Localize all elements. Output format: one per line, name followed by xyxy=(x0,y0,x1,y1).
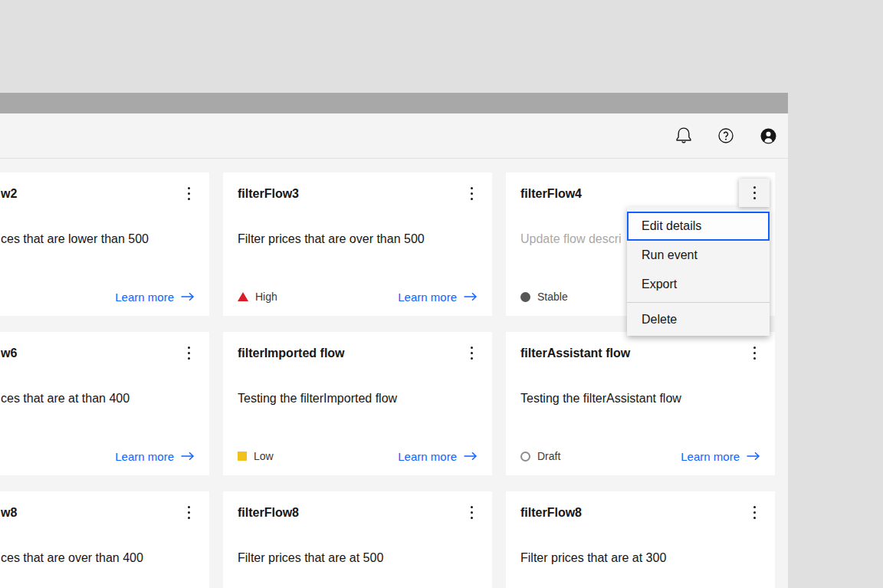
arrow-right-icon xyxy=(463,292,478,301)
overflow-menu-button[interactable] xyxy=(461,502,481,522)
status-label: Stable xyxy=(537,291,568,303)
arrow-right-icon xyxy=(180,452,195,461)
menu-item-export[interactable]: Export xyxy=(627,270,770,299)
card-footer: Draft Learn more xyxy=(520,448,760,464)
window-titlebar[interactable] xyxy=(0,93,788,113)
low-status-icon xyxy=(238,452,247,461)
arrow-right-icon xyxy=(746,452,760,461)
learn-more-link[interactable]: Learn more xyxy=(398,450,478,463)
menu-item-delete[interactable]: Delete xyxy=(627,303,770,336)
card-description: ces that are at than 400 xyxy=(1,392,130,406)
overflow-menu-button[interactable] xyxy=(744,343,764,363)
card-footer: High Learn more xyxy=(238,289,478,304)
draft-status-icon xyxy=(520,452,530,462)
card-description: Testing the filterImported flow xyxy=(238,392,397,406)
flow-card: w8 ces that are over than 400 xyxy=(0,491,209,588)
overflow-menu-button[interactable] xyxy=(179,183,199,203)
bell-icon xyxy=(675,126,693,145)
learn-more-link[interactable]: Learn more xyxy=(115,291,195,304)
status-badge: Draft xyxy=(520,450,560,462)
card-title: w6 xyxy=(1,347,17,360)
status-label: Low xyxy=(254,450,274,462)
card-title: filterFlow8 xyxy=(238,506,299,520)
flow-card: filterAssistant flow Testing the filterA… xyxy=(506,332,775,475)
help-button[interactable] xyxy=(711,120,741,151)
status-label: Draft xyxy=(537,450,560,462)
card-title: w8 xyxy=(1,506,17,520)
card-footer: Low Learn more xyxy=(238,448,478,464)
card-description: Testing the filterAssistant flow xyxy=(520,392,681,406)
flow-card: filterFlow8 Filter prices that are at 50… xyxy=(223,491,492,588)
card-footer: Learn more xyxy=(15,448,195,464)
kebab-icon xyxy=(753,186,756,189)
card-description: Filter prices that are at 300 xyxy=(520,551,666,565)
user-avatar-button[interactable] xyxy=(753,120,783,151)
overflow-menu-button[interactable] xyxy=(179,502,199,522)
stable-status-icon xyxy=(520,292,530,302)
flow-card: w6 ces that are at than 400 Learn more xyxy=(0,332,209,475)
status-badge: Stable xyxy=(520,291,568,303)
flow-card: w2 ces that are lower than 500 Learn mor… xyxy=(0,172,209,316)
status-badge: High xyxy=(238,291,277,303)
card-description: Filter prices that are at 500 xyxy=(238,551,383,565)
high-status-icon xyxy=(238,292,248,301)
card-title: filterFlow8 xyxy=(520,506,582,520)
overflow-menu-button-open[interactable] xyxy=(739,179,770,207)
app-window: w2 ces that are lower than 500 Learn mor… xyxy=(0,93,788,588)
arrow-right-icon xyxy=(180,292,195,301)
card-description: ces that are lower than 500 xyxy=(1,232,149,246)
help-icon xyxy=(718,128,734,143)
user-avatar-icon xyxy=(760,128,776,144)
card-title: filterImported flow xyxy=(238,347,345,360)
menu-item-run-event[interactable]: Run event xyxy=(627,241,770,270)
app-header xyxy=(0,113,788,159)
overflow-menu-button[interactable] xyxy=(179,343,199,363)
learn-more-link[interactable]: Learn more xyxy=(681,450,760,463)
menu-item-edit-details[interactable]: Edit details xyxy=(627,212,770,241)
overflow-menu-button[interactable] xyxy=(461,183,481,203)
flow-card: filterFlow8 Filter prices that are at 30… xyxy=(506,491,775,588)
card-title: w2 xyxy=(1,187,17,201)
card-title: filterFlow4 xyxy=(520,187,582,201)
card-description: Update flow descri xyxy=(520,232,622,246)
arrow-right-icon xyxy=(463,452,478,461)
card-description: Filter prices that are over than 500 xyxy=(238,232,425,246)
overflow-menu-button[interactable] xyxy=(461,343,481,363)
card-title: filterFlow3 xyxy=(238,187,299,201)
overflow-menu: Edit details Run event Export Delete xyxy=(627,207,770,336)
overflow-menu-button[interactable] xyxy=(744,502,764,522)
learn-more-link[interactable]: Learn more xyxy=(398,291,478,304)
card-description: ces that are over than 400 xyxy=(1,551,143,565)
card-title: filterAssistant flow xyxy=(520,347,630,360)
card-footer: Learn more xyxy=(15,289,195,304)
notifications-button[interactable] xyxy=(668,120,699,151)
flow-card: filterImported flow Testing the filterIm… xyxy=(223,332,492,475)
status-badge: Low xyxy=(238,450,274,462)
learn-more-link[interactable]: Learn more xyxy=(115,450,195,463)
status-label: High xyxy=(255,291,277,303)
flow-card: filterFlow3 Filter prices that are over … xyxy=(223,172,492,316)
